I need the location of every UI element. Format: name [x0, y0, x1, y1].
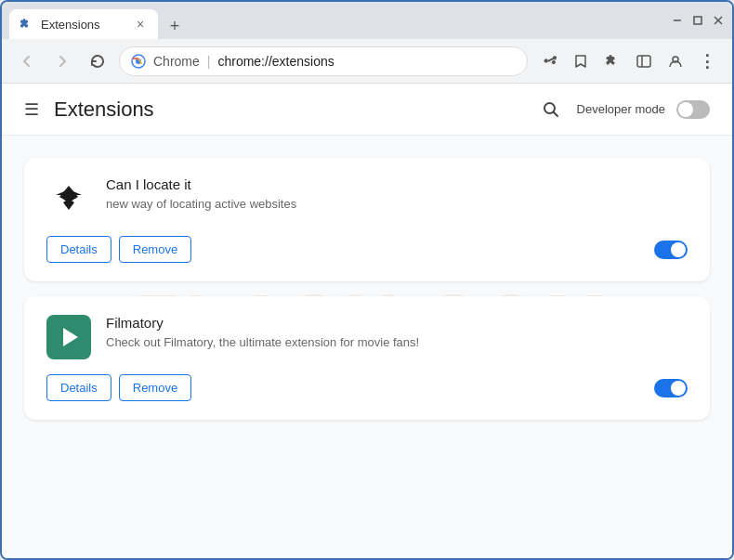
ext-desc-2: Check out Filmatory, the ultimate extens…	[106, 334, 688, 351]
ext1-toggle[interactable]	[654, 241, 688, 259]
header-right: Developer mode	[536, 95, 710, 124]
url-text: chrome://extensions	[217, 54, 516, 69]
ext1-details-button[interactable]: Details	[46, 236, 111, 263]
extension-card-2: Filmatory Check out Filmatory, the ultim…	[24, 296, 710, 420]
ext-info-2: Filmatory Check out Filmatory, the ultim…	[106, 315, 688, 351]
forward-button[interactable]	[48, 47, 76, 75]
minimize-button[interactable]	[671, 14, 684, 27]
maximize-button[interactable]	[691, 14, 704, 27]
hamburger-menu[interactable]: ☰	[24, 99, 39, 120]
bookmark-button[interactable]	[567, 47, 595, 75]
active-tab[interactable]: Extensions ×	[9, 9, 158, 39]
ext-buttons-2: Details Remove	[46, 374, 191, 401]
svg-line-13	[553, 111, 557, 116]
ext-name-1: Can I locate it	[106, 176, 688, 192]
extension-icon-2	[46, 315, 91, 359]
page-content: ☰ Extensions Developer mode FLASH.COM	[2, 84, 732, 558]
header-left: ☰ Extensions	[24, 98, 154, 122]
ext-info-1: Can I locate it new way of locating acti…	[106, 176, 688, 213]
ext2-remove-button[interactable]: Remove	[119, 374, 191, 401]
svg-rect-9	[637, 56, 650, 67]
new-tab-button[interactable]: +	[162, 13, 188, 39]
back-button[interactable]	[13, 47, 41, 75]
extensions-list: Can I locate it new way of locating acti…	[2, 136, 732, 442]
ext-desc-1: new way of locating active websites	[106, 196, 688, 213]
page-title: Extensions	[54, 98, 154, 122]
search-button[interactable]	[536, 95, 566, 124]
title-bar: Extensions × +	[2, 2, 732, 39]
extension-icon-1	[46, 176, 91, 221]
ext2-toggle[interactable]	[654, 379, 688, 397]
tab-icon	[19, 17, 33, 32]
browser-window: Extensions × +	[0, 0, 734, 560]
ext1-remove-button[interactable]: Remove	[119, 236, 191, 263]
extensions-button[interactable]	[598, 47, 626, 75]
menu-button[interactable]: ⋮	[693, 47, 721, 75]
extension-card-1: Can I locate it new way of locating acti…	[24, 158, 710, 281]
address-bar[interactable]: Chrome | chrome://extensions	[119, 46, 528, 76]
ext-card-top-2: Filmatory Check out Filmatory, the ultim…	[46, 315, 688, 359]
sidebar-button[interactable]	[630, 47, 658, 75]
ext-actions-1: Details Remove	[46, 236, 688, 263]
share-button[interactable]	[535, 47, 563, 75]
ext-name-2: Filmatory	[106, 315, 688, 331]
ext-actions-2: Details Remove	[46, 374, 688, 401]
ext-buttons-1: Details Remove	[46, 236, 191, 263]
chrome-icon	[131, 54, 146, 69]
close-button[interactable]	[712, 14, 725, 27]
ext2-details-button[interactable]: Details	[46, 374, 111, 401]
reload-button[interactable]	[84, 47, 111, 75]
ext-card-top-1: Can I locate it new way of locating acti…	[46, 176, 688, 221]
developer-mode-toggle[interactable]	[676, 100, 710, 119]
nav-bar: Chrome | chrome://extensions ⋮	[2, 39, 732, 84]
nav-actions: ⋮	[535, 47, 721, 75]
svg-marker-17	[63, 199, 74, 210]
profile-button[interactable]	[662, 47, 689, 75]
svg-rect-1	[694, 17, 701, 24]
extensions-header: ☰ Extensions Developer mode	[2, 84, 732, 136]
tab-bar: Extensions × +	[9, 2, 658, 39]
dev-mode-label: Developer mode	[577, 102, 665, 116]
play-icon	[63, 328, 78, 346]
tab-close-btn[interactable]: ×	[132, 16, 149, 33]
chrome-label: Chrome	[153, 54, 200, 69]
tab-title: Extensions	[41, 18, 100, 32]
window-controls	[671, 14, 725, 27]
